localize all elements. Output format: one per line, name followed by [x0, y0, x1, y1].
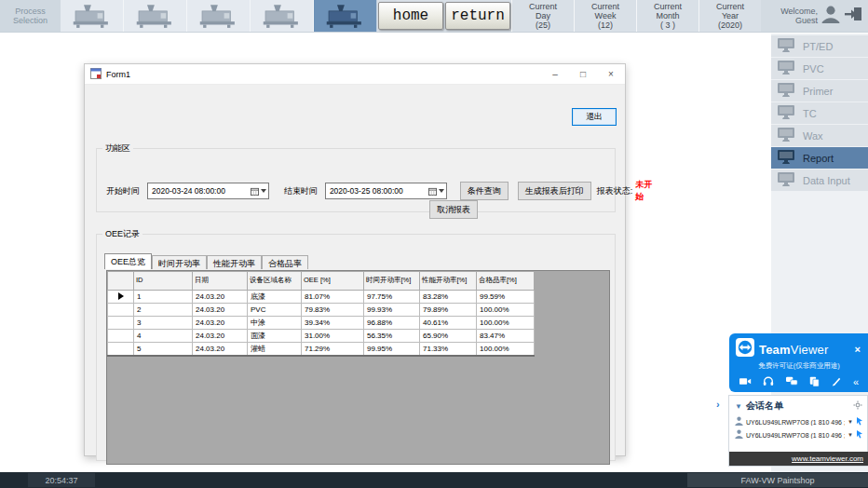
grid-cell[interactable]: 中涂 [248, 317, 302, 330]
end-time-picker[interactable]: 2020-03-25 08:00:00 [325, 183, 447, 199]
grid-cell[interactable]: 99.93% [364, 304, 420, 317]
grid-cell[interactable]: 81.07% [302, 291, 364, 304]
whiteboard-icon[interactable] [832, 376, 842, 388]
session-item[interactable]: UY6LU949LRWP7O8 (1 810 496 ;▼ [729, 415, 867, 428]
remote-cursor-icon[interactable] [856, 430, 863, 441]
column-header-4[interactable]: OEE [%] [302, 272, 364, 291]
row-selector[interactable] [108, 343, 134, 356]
gear-icon[interactable] [853, 400, 862, 412]
grid-cell[interactable]: 24.03.20 [193, 317, 248, 330]
oee-datagrid[interactable]: ID日期设备区域名称OEE [%]时间开动率[%]性能开动率[%]合格品率[%]… [106, 270, 610, 465]
session-header-row[interactable]: ▼ 会话名单 [729, 396, 867, 415]
window-titlebar[interactable]: Form1 – □ × [85, 64, 625, 85]
grid-cell[interactable]: 65.90% [420, 330, 477, 343]
machine-icon-1[interactable] [61, 0, 124, 32]
collapse-icon[interactable]: « [853, 377, 859, 387]
cancel-report-button[interactable]: 取消报表 [429, 200, 478, 219]
row-selector[interactable] [108, 304, 134, 317]
grid-cell[interactable]: 83.28% [420, 291, 477, 304]
row-selector[interactable] [108, 291, 134, 304]
tab-1[interactable]: OEE总览 [104, 253, 152, 269]
chat-icon[interactable] [786, 376, 798, 388]
machine-icon-3[interactable] [187, 0, 251, 32]
grid-cell[interactable]: 面漆 [248, 330, 302, 343]
sidebar-item-pt-ed[interactable]: PT/ED [771, 35, 868, 57]
grid-cell[interactable]: 24.03.20 [193, 343, 248, 356]
grid-cell[interactable]: 71.29% [302, 343, 364, 356]
sidebar-item-data-input[interactable]: Data Input [771, 169, 868, 191]
grid-cell[interactable]: 56.35% [364, 330, 420, 343]
table-row[interactable]: 524.03.20灌蜡71.29%99.95%71.33%100.00% [108, 343, 535, 356]
chevron-down-icon[interactable]: ▼ [735, 402, 742, 411]
grid-cell[interactable]: 99.95% [364, 343, 420, 356]
grid-cell[interactable]: 71.33% [420, 343, 477, 356]
column-header-2[interactable]: 日期 [193, 272, 248, 291]
return-button[interactable]: return [445, 2, 510, 30]
sidebar-item-pvc[interactable]: PVC [771, 58, 868, 79]
sidebar-item-tc[interactable]: TC [771, 102, 868, 124]
grid-cell[interactable]: 99.59% [477, 291, 535, 304]
generate-print-button[interactable]: 生成报表后打印 [518, 182, 591, 200]
grid-cell[interactable]: 96.88% [364, 317, 420, 330]
table-row[interactable]: 424.03.20面漆31.00%56.35%65.90%83.47% [108, 330, 535, 343]
grid-cell[interactable]: 3 [134, 317, 193, 330]
column-header-1[interactable]: ID [134, 272, 193, 291]
minimize-button[interactable]: – [541, 64, 569, 84]
row-selector[interactable] [108, 330, 134, 343]
sidebar-item-report[interactable]: Report [771, 147, 868, 169]
exit-button[interactable]: 退出 [572, 108, 617, 126]
chevron-down-icon[interactable] [261, 189, 266, 193]
grid-cell[interactable]: 5 [134, 343, 193, 356]
home-button[interactable]: home [378, 2, 443, 30]
close-icon[interactable]: × [853, 344, 862, 355]
column-header-3[interactable]: 设备区域名称 [248, 272, 302, 291]
headset-icon[interactable] [763, 376, 774, 388]
column-header-6[interactable]: 性能开动率[%] [420, 272, 477, 291]
grid-cell[interactable]: PVC [248, 304, 302, 317]
grid-cell[interactable]: 24.03.20 [193, 304, 248, 317]
column-header-5[interactable]: 时间开动率[%] [364, 272, 420, 291]
sidebar-item-wax[interactable]: Wax [771, 125, 868, 146]
video-camera-icon[interactable] [739, 376, 752, 388]
grid-cell[interactable]: 灌蜡 [248, 343, 302, 356]
session-item[interactable]: UY6LU949LRWP7O8 (1 810 496 ;▼ [729, 428, 867, 441]
tab-4[interactable]: 合格品率 [262, 255, 308, 269]
grid-cell[interactable]: 40.61% [420, 317, 477, 330]
grid-cell[interactable]: 100.00% [477, 317, 535, 330]
grid-cell[interactable]: 100.00% [477, 343, 535, 356]
grid-cell[interactable]: 79.83% [302, 304, 364, 317]
column-header-7[interactable]: 合格品率[%] [477, 272, 535, 291]
logout-icon[interactable] [844, 6, 862, 26]
tab-3[interactable]: 性能开动率 [207, 255, 262, 269]
grid-cell[interactable]: 24.03.20 [193, 291, 248, 304]
grid-cell[interactable]: 97.75% [364, 291, 420, 304]
start-time-picker[interactable]: 2020-03-24 08:00:00 [147, 183, 269, 199]
tab-2[interactable]: 时间开动率 [152, 255, 207, 269]
grid-cell[interactable]: 2 [134, 304, 193, 317]
chevron-down-icon[interactable] [439, 189, 444, 193]
table-row[interactable]: 124.03.20底漆81.07%97.75%83.28%99.59% [108, 291, 535, 304]
grid-cell[interactable]: 79.89% [420, 304, 477, 317]
table-row[interactable]: 224.03.20PVC79.83%99.93%79.89%100.00% [108, 304, 535, 317]
remote-cursor-icon[interactable] [856, 417, 863, 427]
grid-cell[interactable]: 39.34% [302, 317, 364, 330]
machine-icon-4[interactable] [251, 0, 314, 32]
machine-icon-5[interactable] [314, 0, 377, 32]
panel-expand-chevron-icon[interactable]: › [716, 399, 720, 410]
grid-cell[interactable]: 100.00% [477, 304, 535, 317]
query-button[interactable]: 条件查询 [460, 182, 509, 200]
chevron-down-icon[interactable]: ▼ [848, 432, 853, 438]
maximize-button[interactable]: □ [569, 64, 597, 84]
sidebar-item-primer[interactable]: Primer [771, 80, 868, 102]
row-selector[interactable] [108, 317, 134, 330]
grid-cell[interactable]: 31.00% [302, 330, 364, 343]
teamviewer-link[interactable]: www.teamviewer.com [792, 454, 863, 463]
grid-cell[interactable]: 24.03.20 [193, 330, 248, 343]
grid-cell[interactable]: 4 [134, 330, 193, 343]
table-row[interactable]: 324.03.20中涂39.34%96.88%40.61%100.00% [108, 317, 535, 330]
grid-cell[interactable]: 83.47% [477, 330, 535, 343]
close-button[interactable]: × [597, 64, 625, 84]
grid-cell[interactable]: 1 [134, 291, 193, 304]
machine-icon-2[interactable] [124, 0, 187, 32]
chevron-down-icon[interactable]: ▼ [848, 419, 853, 425]
